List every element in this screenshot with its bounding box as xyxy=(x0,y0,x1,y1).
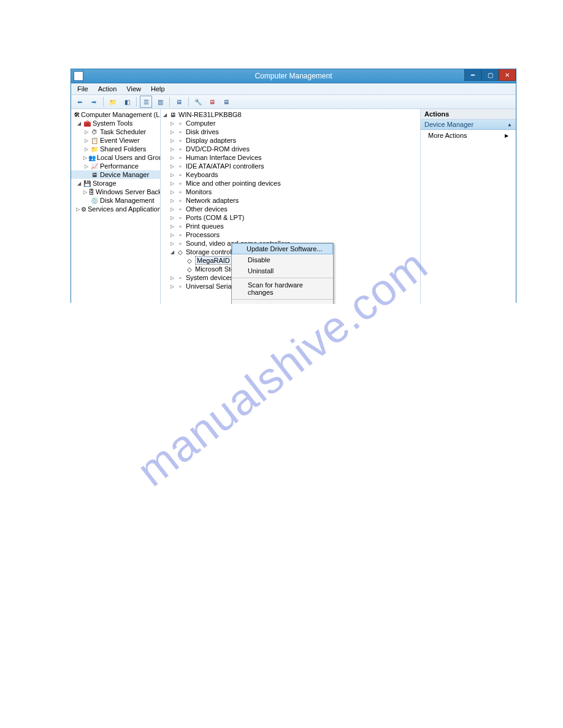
menu-action[interactable]: Action xyxy=(93,85,122,93)
device-category[interactable]: ▷▫DVD/CD-ROM drives xyxy=(161,145,420,153)
uninstall-button[interactable]: 🖥 xyxy=(206,96,218,108)
forward-button[interactable]: ➡ xyxy=(88,96,100,108)
cat-label: Disk drives xyxy=(186,128,219,135)
device-category[interactable]: ▷▫IDE ATA/ATAPI controllers xyxy=(161,162,420,170)
minimize-button[interactable]: ━ xyxy=(464,69,481,81)
device-category[interactable]: ▷▫Keyboards xyxy=(161,170,420,179)
maximize-button[interactable]: ▢ xyxy=(481,69,499,81)
expand-icon[interactable]: ▷ xyxy=(169,121,175,126)
menu-help[interactable]: Help xyxy=(146,85,170,93)
expand-icon[interactable]: ▷ xyxy=(83,146,89,152)
expand-icon[interactable]: ▷ xyxy=(83,138,89,143)
device-host[interactable]: ◢ 🖥 WIN-RE31LPKBBG8 xyxy=(161,110,420,119)
cat-label: Computer xyxy=(186,119,215,127)
ctx-update-driver[interactable]: Update Driver Software... xyxy=(232,243,333,254)
device-category[interactable]: ▷▫Monitors xyxy=(161,188,420,196)
titlebar[interactable]: Computer Management ━ ▢ ✕ xyxy=(71,69,516,83)
tree-device-manager[interactable]: 🖥 Device Manager xyxy=(71,170,160,179)
collapse-icon[interactable]: ◢ xyxy=(76,121,82,126)
tree-root[interactable]: 🛠 Computer Management (Local) xyxy=(71,110,160,119)
menu-file[interactable]: File xyxy=(72,85,93,93)
expand-icon[interactable]: ▷ xyxy=(169,172,175,178)
expand-icon[interactable]: ▷ xyxy=(169,284,175,289)
expand-icon[interactable]: ▷ xyxy=(169,241,175,246)
device-category[interactable]: ▷▫Mice and other pointing devices xyxy=(161,179,420,188)
expand-icon[interactable]: ▷ xyxy=(169,189,175,195)
item-label: Local Users and Groups xyxy=(97,154,161,161)
expand-icon[interactable]: ▷ xyxy=(83,129,89,135)
update-driver-button[interactable]: 🔧 xyxy=(192,96,204,108)
ctx-separator xyxy=(232,278,333,278)
folder-up-button[interactable]: 📁 xyxy=(107,96,119,108)
device-tree-pane[interactable]: ◢ 🖥 WIN-RE31LPKBBG8 ▷▫Computer▷▫Disk dri… xyxy=(161,109,420,304)
properties-button[interactable]: ☰ xyxy=(140,96,152,108)
device-category[interactable]: ▷▫Display adapters xyxy=(161,136,420,145)
expand-icon[interactable]: ▷ xyxy=(83,155,87,161)
item-label: Services and Applications xyxy=(88,205,161,213)
expand-icon[interactable]: ▷ xyxy=(169,146,175,152)
device-category[interactable]: ▷▫Other devices xyxy=(161,205,420,213)
expand-icon[interactable]: ▷ xyxy=(169,155,175,161)
device-category-icon: ▫ xyxy=(176,205,185,213)
toolbar-button-a[interactable]: ▥ xyxy=(154,96,166,108)
separator xyxy=(169,97,170,107)
expand-icon[interactable]: ▷ xyxy=(83,164,89,169)
close-button[interactable]: ✕ xyxy=(499,69,516,81)
device-category[interactable]: ▷▫Processors xyxy=(161,230,420,239)
ctx-disable[interactable]: Disable xyxy=(232,254,333,265)
expand-icon[interactable]: ▷ xyxy=(169,232,175,238)
back-button[interactable]: ⬅ xyxy=(74,96,86,108)
expand-icon[interactable]: ▷ xyxy=(169,181,175,186)
controller-icon: ◇ xyxy=(185,257,194,264)
expand-icon[interactable]: ▷ xyxy=(169,207,175,212)
device-category[interactable]: ▷▫Ports (COM & LPT) xyxy=(161,213,420,222)
device-category[interactable]: ▷▫Disk drives xyxy=(161,127,420,136)
actions-section[interactable]: Device Manager ▲ xyxy=(421,119,516,130)
cat-label: DVD/CD-ROM drives xyxy=(186,145,250,153)
collapse-icon[interactable]: ◢ xyxy=(76,181,82,186)
scan-button[interactable]: 🖥 xyxy=(173,96,185,108)
tree-event-viewer[interactable]: ▷ 📋 Event Viewer xyxy=(71,136,160,145)
tree-wsb[interactable]: ▷ 🗄 Windows Server Backup xyxy=(71,188,160,196)
item-label: Event Viewer xyxy=(100,137,140,144)
expand-icon[interactable]: ▷ xyxy=(83,189,87,195)
ctx-properties[interactable]: Properties xyxy=(232,301,333,304)
expand-icon[interactable]: ▷ xyxy=(76,207,80,212)
ctx-scan[interactable]: Scan for hardware changes xyxy=(232,279,333,298)
device-category[interactable]: ▷▫Network adapters xyxy=(161,196,420,205)
tree-services-apps[interactable]: ▷ ⚙ Services and Applications xyxy=(71,205,160,213)
tools-icon: 🧰 xyxy=(83,119,91,127)
app-icon xyxy=(74,71,83,81)
submenu-icon: ▶ xyxy=(505,133,508,138)
expand-icon[interactable]: ▷ xyxy=(169,164,175,169)
device-category[interactable]: ▷▫Computer xyxy=(161,119,420,127)
show-hide-button[interactable]: ◧ xyxy=(121,96,133,108)
expand-icon[interactable]: ▷ xyxy=(169,224,175,229)
expand-icon[interactable]: ▷ xyxy=(169,138,175,143)
tree-storage[interactable]: ◢ 💾 Storage xyxy=(71,179,160,188)
console-tree-pane[interactable]: 🛠 Computer Management (Local) ◢ 🧰 System… xyxy=(71,109,161,304)
item-label: Device Manager xyxy=(100,171,149,178)
collapse-icon[interactable]: ◢ xyxy=(162,112,167,118)
expand-icon[interactable]: ▷ xyxy=(169,198,175,203)
tree-task-scheduler[interactable]: ▷ ⏱ Task Scheduler xyxy=(71,127,160,136)
tree-system-tools[interactable]: ◢ 🧰 System Tools xyxy=(71,119,160,127)
expand-icon[interactable]: ▷ xyxy=(169,215,175,221)
device-category[interactable]: ▷▫Print queues xyxy=(161,222,420,230)
tree-disk-mgmt[interactable]: 💿 Disk Management xyxy=(71,196,160,205)
disable-button[interactable]: 🖥 xyxy=(220,96,232,108)
tree-performance[interactable]: ▷ 📈 Performance xyxy=(71,162,160,170)
expand-icon[interactable]: ▷ xyxy=(169,129,175,135)
event-icon: 📋 xyxy=(90,137,99,144)
ctx-uninstall[interactable]: Uninstall xyxy=(232,265,333,276)
expand-icon[interactable]: ▷ xyxy=(169,275,175,281)
tree-local-users[interactable]: ▷ 👥 Local Users and Groups xyxy=(71,153,160,162)
collapse-icon[interactable]: ◢ xyxy=(169,249,175,255)
collapse-icon[interactable]: ▲ xyxy=(507,122,512,127)
menu-view[interactable]: View xyxy=(121,85,146,93)
device-category-icon: ▫ xyxy=(176,162,185,170)
actions-more[interactable]: More Actions ▶ xyxy=(421,130,516,141)
more-actions-label: More Actions xyxy=(428,132,467,139)
tree-shared-folders[interactable]: ▷ 📁 Shared Folders xyxy=(71,145,160,153)
device-category[interactable]: ▷▫Human Interface Devices xyxy=(161,153,420,162)
